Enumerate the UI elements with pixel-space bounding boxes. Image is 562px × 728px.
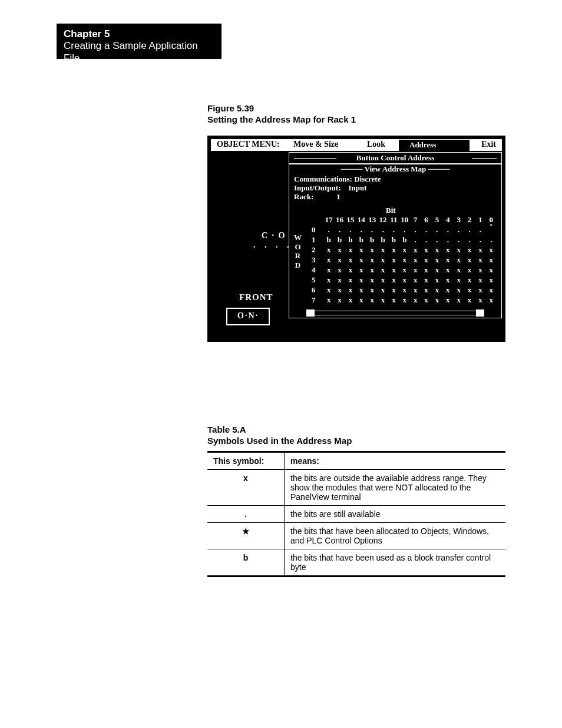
grid-cell: x (475, 255, 485, 265)
grid-cell: x (378, 275, 388, 285)
grid-cell: x (356, 255, 366, 265)
grid-cell: . (421, 235, 431, 245)
grid-cell: x (399, 265, 410, 275)
grid-cell: x (345, 245, 356, 255)
word-index-column: 0 1 2 3 4 5 6 7 (312, 225, 316, 305)
grid-cell: x (442, 245, 453, 255)
bit-col: 11 (388, 215, 399, 225)
grid-cell: x (454, 295, 464, 305)
grid-cell: x (454, 265, 464, 275)
table-label: Table 5.A (207, 424, 352, 434)
grid-cell: b (367, 235, 378, 245)
view-address-map-title-row: ──── View Address Map ──── (289, 164, 501, 174)
chapter-subtitle: Creating a Sample Application File (64, 40, 214, 64)
grid-cell: x (454, 275, 464, 285)
grid-cell: b (388, 235, 399, 245)
grid-cell: x (388, 285, 399, 295)
bit-col: 15 (345, 215, 356, 225)
grid-cell: x (410, 295, 421, 305)
grid-row: xxxxxxxxxxxxxxxx (323, 275, 497, 285)
grid-cell: x (323, 265, 334, 275)
grid-cell: x (421, 255, 431, 265)
grid-cell: x (367, 285, 378, 295)
bit-header-row: 17 16 15 14 13 12 11 10 7 6 5 4 3 2 1 0 (323, 215, 497, 225)
menu-object-label: OBJECT MENU: (217, 140, 280, 149)
menu-exit[interactable]: Exit (481, 140, 496, 149)
grid-cell: x (356, 295, 366, 305)
background-fragment-co: C · O (262, 231, 286, 241)
grid-cell: x (399, 255, 410, 265)
bit-col: 3 (454, 215, 464, 225)
meta-input-output: Input/Output: Input (294, 183, 367, 192)
grid-cell: x (464, 275, 475, 285)
grid-row: xxxxxxxxxxxxxxxx (323, 255, 497, 265)
grid-cell: x (475, 285, 485, 295)
document-page: Chapter 5 Creating a Sample Application … (0, 0, 562, 728)
grid-cell: x (367, 245, 378, 255)
word-index: 7 (312, 295, 316, 305)
grid-cell: x (432, 285, 442, 295)
table-row: b the bits that have been used as a bloc… (207, 549, 505, 577)
view-address-map-title: View Address Map (365, 164, 427, 173)
scrollbar-thumb-right[interactable] (476, 309, 484, 317)
grid-cell: x (356, 245, 366, 255)
grid-cell: x (388, 265, 399, 275)
grid-cell: x (410, 275, 421, 285)
grid-cell: x (475, 275, 485, 285)
grid-cell: x (323, 255, 334, 265)
grid-cell: x (432, 275, 442, 285)
meaning-cell: the bits are still available (285, 506, 506, 523)
grid-cell: x (442, 295, 453, 305)
bit-col: 12 (378, 215, 388, 225)
figure-caption: Figure 5.39 Setting the Address Map for … (207, 103, 356, 124)
grid-cell: x (421, 295, 431, 305)
grid-row: xxxxxxxxxxxxxxxx (323, 265, 497, 275)
symbol-cell: . (207, 506, 285, 523)
bit-col: 2 (464, 215, 475, 225)
grid-cell: . (442, 235, 453, 245)
word-index: 2 (312, 245, 316, 255)
grid-cell: x (475, 245, 485, 255)
background-fragment-dots: . . . . (253, 241, 293, 250)
grid-cell: x (323, 245, 334, 255)
meaning-cell: the bits are outside the available addre… (285, 470, 506, 506)
decoration-dash: ──── (341, 164, 365, 173)
word-letter: R (294, 251, 302, 261)
meta-rack: Rack: 1 (294, 192, 340, 201)
view-address-map-meta: Communications: Discrete Input/Output: I… (294, 175, 381, 202)
grid-cell: x (442, 285, 453, 295)
grid-cell: . (475, 235, 485, 245)
grid-cell: x (486, 285, 497, 295)
grid-cell: . (388, 225, 399, 235)
grid-cell: x (323, 275, 334, 285)
table-title: Symbols Used in the Address Map (207, 436, 352, 446)
menu-look[interactable]: Look (367, 140, 385, 149)
grid-cell: . (486, 235, 497, 245)
object-menu-bar: OBJECT MENU: Move & Size Look Exit Addre… (211, 139, 502, 151)
button-control-address-title: Button Control Address (289, 153, 501, 163)
grid-cell: x (323, 285, 334, 295)
grid-cell: x (345, 265, 356, 275)
grid-cell: x (421, 245, 431, 255)
grid-cell: x (421, 275, 431, 285)
menu-move-size[interactable]: Move & Size (293, 140, 338, 149)
grid-cell: . (410, 225, 421, 235)
scrollbar-thumb-left[interactable] (306, 309, 315, 317)
bit-col: 16 (334, 215, 345, 225)
grid-cell: b (378, 235, 388, 245)
table-row: x the bits are outside the available add… (207, 470, 505, 506)
grid-cell: . (432, 225, 442, 235)
symbol-cell: ★ (207, 523, 285, 549)
grid-cell: x (399, 285, 410, 295)
grid-cell: x (399, 295, 410, 305)
button-control-address-strip: Button Control Address (289, 152, 502, 164)
grid-cell: . (399, 225, 410, 235)
grid-cell: . (421, 225, 431, 235)
word-letter: W (294, 233, 302, 242)
menu-address-tab[interactable]: Address (398, 139, 470, 151)
grid-cell: x (486, 265, 497, 275)
word-index: 5 (312, 275, 316, 285)
word-index: 1 (312, 235, 316, 245)
bit-col: 5 (432, 215, 442, 225)
horizontal-scrollbar[interactable] (307, 311, 484, 315)
